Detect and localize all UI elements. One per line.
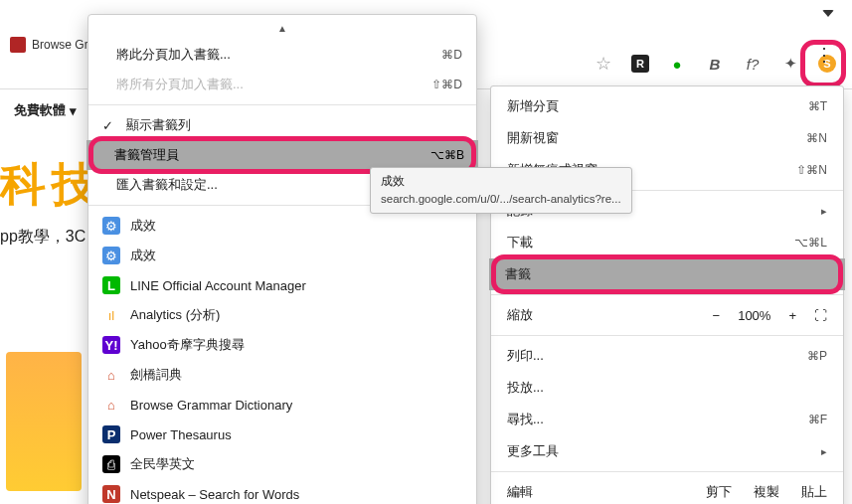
- bookmark-label: Netspeak – Search for Words: [130, 487, 299, 502]
- chevron-right-icon: ▸: [821, 445, 827, 458]
- shortcut: ⌘F: [808, 413, 827, 426]
- bookmark-favicon: ⌂: [102, 366, 120, 384]
- menu-downloads[interactable]: 下載 ⌥⌘L: [491, 227, 843, 258]
- menu-label: 列印...: [507, 347, 544, 365]
- shortcut: ⌥⌘B: [430, 148, 464, 162]
- shortcut: ⇧⌘D: [431, 78, 462, 91]
- bookmark-favicon: L: [102, 276, 120, 294]
- menu-label: 書籤: [505, 265, 531, 283]
- bm-bookmark-manager[interactable]: 書籤管理員 ⌥⌘B: [86, 140, 478, 170]
- shortcut: ⇧⌘N: [796, 163, 827, 177]
- menu-more-tools[interactable]: 更多工具 ▸: [491, 435, 843, 467]
- shortcut: ⌘D: [441, 48, 462, 62]
- article-thumbnail[interactable]: [6, 352, 82, 491]
- hover-tooltip: 成效 search.google.com/u/0/.../search-anal…: [370, 167, 632, 214]
- extensions-icon[interactable]: ✦: [780, 54, 800, 74]
- bookmark-label: 劍橋詞典: [130, 366, 182, 384]
- extension-f-icon[interactable]: f?: [743, 54, 763, 74]
- bookmark-favicon: ⌂: [102, 396, 120, 414]
- menu-label: 書籤管理員: [114, 146, 179, 164]
- zoom-level: 100%: [738, 308, 770, 323]
- extension-r-icon[interactable]: R: [631, 55, 649, 73]
- extension-green-icon[interactable]: ●: [667, 54, 687, 74]
- menu-separator: [491, 335, 843, 336]
- bookmark-favicon: ⎙: [102, 455, 120, 473]
- tab-favicon: [10, 37, 26, 53]
- chevron-down-icon: ▾: [70, 103, 77, 118]
- bookmark-favicon: ıl: [102, 306, 120, 324]
- edit-cut-button[interactable]: 剪下: [706, 483, 732, 501]
- zoom-out-button[interactable]: −: [713, 308, 721, 323]
- menu-separator: [491, 471, 843, 472]
- bookmark-favicon: N: [102, 485, 120, 503]
- tab-title: Browse Gr: [32, 38, 88, 52]
- menu-label: 匯入書籤和設定...: [116, 176, 218, 194]
- bookmark-label: 全民學英文: [130, 455, 195, 473]
- edit-paste-button[interactable]: 貼上: [801, 483, 827, 501]
- bookmark-favicon: ⚙: [102, 217, 120, 235]
- menu-label: 將所有分頁加入書籤...: [116, 76, 244, 93]
- star-icon[interactable]: ☆: [594, 54, 613, 74]
- bookmark-item[interactable]: LLINE Official Account Manager: [88, 270, 476, 300]
- bookmark-item[interactable]: Y!Yahoo奇摩字典搜尋: [88, 330, 476, 360]
- bookmark-item[interactable]: ⎙全民學英文: [88, 449, 476, 479]
- bookmark-item[interactable]: ılAnalytics (分析): [88, 300, 476, 330]
- menu-separator: [88, 104, 476, 105]
- bookmark-label: Power Thesaurus: [130, 427, 232, 442]
- fullscreen-icon[interactable]: ⛶: [814, 308, 827, 323]
- menu-label: 下載: [507, 234, 533, 252]
- bookmark-item[interactable]: ⚙成效: [88, 241, 476, 270]
- menu-new-tab[interactable]: 新增分頁 ⌘T: [491, 90, 843, 122]
- bookmark-item[interactable]: ⚙成效: [88, 211, 476, 241]
- bookmark-item[interactable]: NNetspeak – Search for Words: [88, 479, 476, 504]
- profile-caret-icon[interactable]: [822, 10, 834, 17]
- bookmarks-submenu: ▲ 將此分頁加入書籤... ⌘D 將所有分頁加入書籤... ⇧⌘D ✓ 顯示書籤…: [87, 14, 477, 504]
- bm-add-all-tabs: 將所有分頁加入書籤... ⇧⌘D: [88, 70, 476, 99]
- menu-edit-row: 編輯 剪下 複製 貼上: [491, 476, 843, 504]
- bookmark-label: Yahoo奇摩字典搜尋: [130, 336, 245, 354]
- menu-find[interactable]: 尋找... ⌘F: [491, 404, 843, 435]
- bookmark-item[interactable]: PPower Thesaurus: [88, 420, 476, 449]
- menu-label: 將此分頁加入書籤...: [116, 46, 231, 64]
- nav-item-free-software[interactable]: 免費軟體: [14, 101, 66, 119]
- tooltip-title: 成效: [381, 174, 621, 190]
- scroll-up-icon[interactable]: ▲: [88, 21, 476, 40]
- tooltip-url: search.google.com/u/0/.../search-analyti…: [381, 192, 621, 208]
- shortcut: ⌘T: [808, 99, 827, 113]
- bookmark-label: Analytics (分析): [130, 306, 220, 324]
- bookmark-item[interactable]: ⌂劍橋詞典: [88, 360, 476, 390]
- menu-new-window[interactable]: 開新視窗 ⌘N: [491, 122, 843, 154]
- shortcut: ⌥⌘L: [794, 236, 827, 250]
- bm-show-bookmarks-bar[interactable]: ✓ 顯示書籤列: [88, 110, 476, 140]
- bm-add-current-tab[interactable]: 將此分頁加入書籤... ⌘D: [88, 40, 476, 70]
- shortcut: ⌘N: [806, 131, 827, 145]
- bookmark-favicon: ⚙: [102, 247, 120, 264]
- zoom-in-button[interactable]: +: [788, 308, 796, 323]
- bookmark-label: LINE Official Account Manager: [130, 278, 306, 293]
- menu-print[interactable]: 列印... ⌘P: [491, 340, 843, 372]
- menu-label: 更多工具: [507, 442, 559, 460]
- check-icon: ✓: [102, 118, 116, 133]
- menu-label: 新增分頁: [507, 97, 559, 115]
- bookmark-label: 成效: [130, 247, 156, 264]
- bookmark-label: Browse Grammar Dictionary: [130, 398, 292, 413]
- extension-b-icon[interactable]: B: [705, 54, 725, 74]
- overflow-menu-button[interactable]: ⋮: [814, 52, 834, 58]
- bookmark-item[interactable]: ⌂Browse Grammar Dictionary: [88, 390, 476, 420]
- bookmark-favicon: Y!: [102, 336, 120, 354]
- edit-copy-button[interactable]: 複製: [754, 483, 779, 501]
- menu-label: 縮放: [507, 306, 533, 324]
- menu-bookmarks[interactable]: 書籤: [489, 258, 845, 290]
- menu-label: 投放...: [507, 379, 544, 397]
- menu-cast[interactable]: 投放...: [491, 372, 843, 404]
- menu-label: 編輯: [507, 483, 533, 501]
- bookmark-label: 成效: [130, 217, 156, 235]
- menu-label: 顯示書籤列: [126, 116, 191, 134]
- menu-label: 開新視窗: [507, 129, 559, 147]
- menu-separator: [491, 294, 843, 295]
- overflow-menu: 新增分頁 ⌘T 開新視窗 ⌘N 新增無痕式視窗 ⇧⌘N 記錄 ▸ 下載 ⌥⌘L …: [490, 85, 844, 504]
- bookmark-favicon: P: [102, 425, 120, 443]
- menu-label: 尋找...: [507, 411, 544, 428]
- shortcut: ⌘P: [807, 349, 827, 363]
- menu-zoom: 縮放 − 100% + ⛶: [491, 299, 843, 331]
